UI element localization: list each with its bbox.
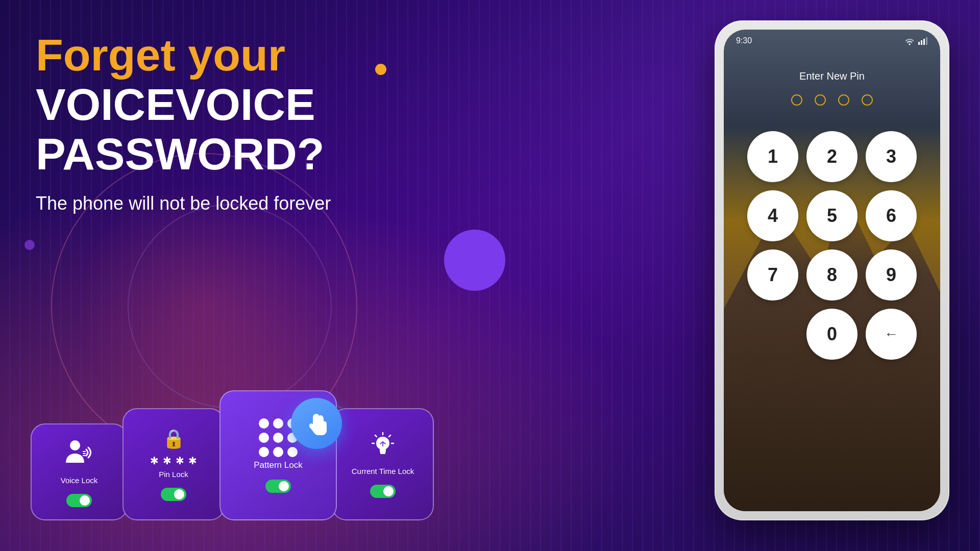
svg-rect-12 [926,37,927,45]
headline-voice: VOICE [36,79,176,130]
pin-indicator-3 [838,94,849,106]
numpad-6[interactable]: 6 [866,190,917,241]
status-time: 9:30 [736,36,752,45]
pin-lock-toggle[interactable] [161,488,186,501]
card-voice-lock[interactable]: Voice Lock [31,423,128,520]
signal-icon [918,37,928,45]
left-content: Forget your VOICEVOICE PASSWORD? The pho… [36,31,475,247]
headline-password: PASSWORD? [36,129,324,179]
lock-cards-container: Voice Lock 🔒 ✱ ✱ ✱ ✱ Pin Lock Pattern Lo… [31,390,434,520]
pin-indicator-4 [862,94,873,106]
pin-lock-label: Pin Lock [159,470,188,479]
time-lock-label: Current Time Lock [352,467,414,475]
svg-rect-6 [380,451,386,453]
headline-voice-word: VOICE [176,79,315,130]
sub-headline: The phone will not be locked forever [36,191,475,216]
phone-screen: 9:30 [724,30,940,511]
status-icons [904,37,928,45]
numpad-3[interactable]: 3 [866,131,917,182]
numpad-9[interactable]: 9 [866,249,917,300]
pin-lock-dots: ✱ ✱ ✱ ✱ [150,455,197,467]
time-lock-toggle[interactable] [370,485,396,498]
svg-line-4 [375,435,377,437]
voice-lock-icon [64,437,94,473]
svg-rect-9 [918,42,920,45]
pattern-lock-label: Pattern Lock [254,460,302,470]
numpad-empty [747,309,798,360]
numpad-4[interactable]: 4 [747,190,798,241]
main-headline: Forget your VOICEVOICE PASSWORD? [36,31,475,179]
enter-pin-label: Enter New Pin [799,70,865,82]
purple-circle-large [444,230,505,291]
touch-button[interactable] [291,398,342,449]
pin-screen-content: Enter New Pin 1 2 3 4 5 6 7 8 [724,60,940,511]
small-dot-2 [24,240,35,250]
numpad-2[interactable]: 2 [806,131,857,182]
time-lock-icon [369,431,397,464]
numpad-1[interactable]: 1 [747,131,798,182]
phone-frame: 9:30 [715,20,949,520]
pin-indicator-2 [815,94,826,106]
svg-point-0 [70,440,80,450]
wifi-icon [904,37,915,45]
svg-rect-10 [921,40,922,45]
pin-lock-icon: 🔒 [162,428,185,449]
voice-lock-toggle[interactable] [66,494,92,507]
numpad-backspace[interactable]: ← [866,309,917,360]
voice-lock-label: Voice Lock [61,476,98,485]
svg-line-2 [389,435,390,437]
numpad-5[interactable]: 5 [806,190,857,241]
headline-orange: Forget your [36,30,285,80]
card-time-lock[interactable]: Current Time Lock [332,408,434,520]
pattern-lock-toggle[interactable] [265,480,291,493]
numpad-0[interactable]: 0 [806,309,857,360]
numpad-8[interactable]: 8 [806,249,857,300]
phone-container: 9:30 [715,20,949,520]
numpad: 1 2 3 4 5 6 7 8 9 0 ← [747,131,917,360]
svg-rect-11 [923,39,925,45]
numpad-7[interactable]: 7 [747,249,798,300]
svg-rect-7 [380,453,385,454]
pin-indicator-1 [791,94,802,106]
pin-indicators [791,94,873,106]
status-bar: 9:30 [724,30,940,52]
card-pin-lock[interactable]: 🔒 ✱ ✱ ✱ ✱ Pin Lock [122,408,225,520]
